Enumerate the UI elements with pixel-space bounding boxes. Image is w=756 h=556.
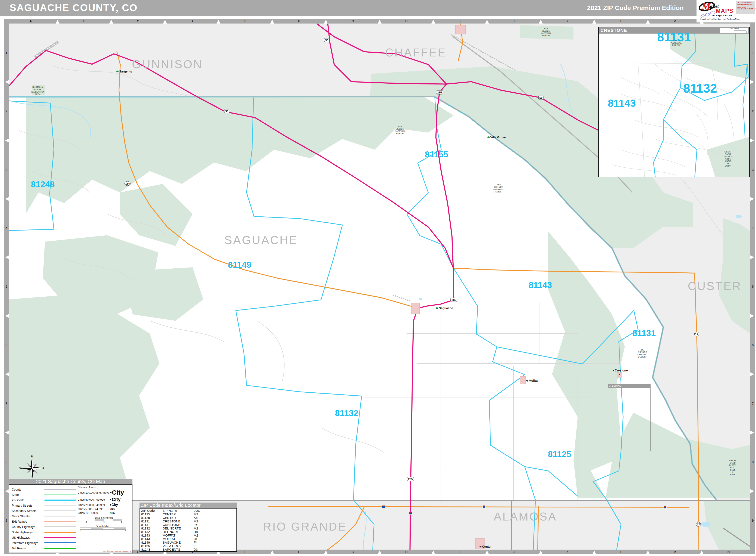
grid-row-label: 8 xyxy=(4,432,9,491)
legend-item: Primary Streets xyxy=(12,503,76,508)
legend-item-swatch xyxy=(44,494,76,495)
grid-col-label: C xyxy=(111,19,165,24)
scale-kilometers: Scale in Kilometers 036 xyxy=(86,517,122,523)
page-title: SAGUACHE COUNTY, CO xyxy=(10,0,138,15)
legend-item-swatch xyxy=(44,542,76,544)
grid-row-label: 6 xyxy=(4,316,9,374)
zip-name-cell: CENTER xyxy=(163,513,194,516)
inset-extent-box: CRESTONE xyxy=(608,384,651,451)
grid-ruler-left: 123456789 xyxy=(4,24,9,550)
grid-col-label: D xyxy=(165,19,219,24)
zip-loc-cell: M2 xyxy=(194,520,206,523)
zip-code-cell: 81248 xyxy=(141,548,163,552)
legend-item-label: Minor Streets xyxy=(12,515,44,518)
legend-item: Secondary Streets xyxy=(12,508,76,514)
grid-col-label: B xyxy=(58,19,111,24)
zip-loc-cell: M2 xyxy=(194,527,206,530)
city-dot-icon xyxy=(110,512,111,514)
zip-table-row: 81132 DEL NORTE M2 xyxy=(141,527,206,530)
zip-loc-cell: L6 xyxy=(194,523,206,527)
city-class-label: Cities 25,000 - 49,999 xyxy=(78,503,110,507)
city-dot-icon xyxy=(110,492,111,493)
email: mapsales@MarketMAPS.com xyxy=(737,8,754,10)
legend-item-label: State xyxy=(12,493,44,496)
scale-tick: 0 xyxy=(80,529,81,532)
zip-table-row: 81248 SARGENTS D3 xyxy=(141,548,206,552)
grid-row-label: 2 xyxy=(4,82,9,140)
legend-item-label: Toll Roads xyxy=(12,547,44,550)
logo-tagline: On Target. On Time. xyxy=(712,14,733,17)
grid-col-label: N xyxy=(702,550,755,554)
phone: 1-888-434-MAPS (6277) xyxy=(737,4,754,5)
grid-col-label: H xyxy=(380,550,433,554)
zip-code-cell: 81132 xyxy=(141,527,163,530)
grid-col-label: E xyxy=(219,19,272,24)
grid-row-label: 4 xyxy=(750,199,755,257)
zip-index-table: ZIP Code Index/Grid Locator ZIP CodeZIP … xyxy=(139,502,237,552)
legend-item-swatch xyxy=(44,548,76,549)
scale-tick: 3 xyxy=(102,529,103,532)
grid-col-label: L xyxy=(594,19,648,24)
grid-col-label: K xyxy=(541,550,594,554)
legend-item-swatch xyxy=(44,521,76,522)
legend-item: State xyxy=(12,492,76,497)
compass-rose: N S E W xyxy=(20,455,44,482)
zip-name-cell: DEL NORTE xyxy=(163,530,194,534)
zip-table-row: 81131 CRESTONE M2 xyxy=(141,520,206,523)
zip-name-cell: DEL NORTE xyxy=(163,527,194,530)
scale-tick: 6 xyxy=(121,521,122,523)
grid-row-label: 1 xyxy=(4,24,9,82)
legend-item-swatch xyxy=(44,516,76,517)
zip-loc-cell: F4 xyxy=(194,541,206,545)
city-dot-icon xyxy=(110,504,111,506)
grid-col-label: G xyxy=(326,19,380,24)
inset-scale-tick: 1 xyxy=(746,31,747,33)
zip-code-cell: 81131 xyxy=(141,520,163,523)
grid-row-label: 2 xyxy=(750,82,755,140)
grid-col-label: L xyxy=(594,550,648,554)
legend-item-label: State Highways xyxy=(12,530,44,534)
legend-item-swatch xyxy=(44,489,76,490)
zip-code-cell: 81131 xyxy=(141,523,163,527)
inset-scale-tick: 0 xyxy=(722,31,722,33)
contact-box: CALL US TOLL FREE! 1-888-434-MAPS (6277)… xyxy=(736,1,755,14)
zip-loc-cell: J5 xyxy=(194,537,206,541)
grid-col-label: F xyxy=(272,550,326,554)
city-class-row: Cities 5,000 - 24,999 City xyxy=(78,508,130,511)
scale-tick: 3 xyxy=(103,521,104,523)
grid-col-label: F xyxy=(272,19,326,24)
legend-item-swatch xyxy=(44,505,76,506)
legend-item: Minor Streets xyxy=(12,514,76,519)
zip-loc-cell: K8 xyxy=(194,516,206,520)
zip-name-cell: MOFFAT xyxy=(163,537,194,541)
city-sample: City xyxy=(110,503,118,507)
legend-item-label: County xyxy=(12,488,44,491)
city-class-label: Cities 50,000 - 99,999 xyxy=(78,498,110,501)
grid-row-label: 8 xyxy=(750,432,755,491)
legend-item-label: County Highways xyxy=(12,525,44,529)
legend-item: County Highways xyxy=(12,524,76,529)
legend-item: Exit Ramps xyxy=(12,519,76,524)
city-class-row: Cities 100,000 and Above City xyxy=(78,489,130,496)
grid-row-label: 1 xyxy=(750,24,755,82)
zip-loc-cell: I3 xyxy=(194,544,206,548)
legend-item-swatch xyxy=(44,532,76,533)
city-sample: City xyxy=(110,489,124,496)
city-dot-icon xyxy=(110,499,111,500)
zip-code-cell: 81143 xyxy=(141,534,163,537)
grid-row-label: 5 xyxy=(750,257,755,316)
legend-item-label: Primary Streets xyxy=(12,504,44,507)
legend-item: Interstate Highways xyxy=(12,540,76,546)
zip-code-cell: 81125 xyxy=(141,516,163,520)
grid-row-label: 7 xyxy=(4,374,9,432)
grid-row-label: 9 xyxy=(750,491,755,550)
grid-col-label: I xyxy=(433,550,487,554)
city-class-row: Cities 50,000 - 99,999 City xyxy=(78,497,130,502)
zip-name-cell: VILLA GROVE xyxy=(163,544,194,548)
zip-table-row: 81155 VILLA GROVE I3 xyxy=(141,544,206,548)
city-class-label: Cities 100,000 and Above xyxy=(78,491,110,494)
legend-item: Toll Roads xyxy=(12,546,76,551)
legend-item-label: US Highways xyxy=(12,536,44,539)
logo-subtitle: America's Leading Source of Business Map… xyxy=(699,18,742,20)
zip-table-row: 81125 CENTER M2 xyxy=(141,513,206,516)
